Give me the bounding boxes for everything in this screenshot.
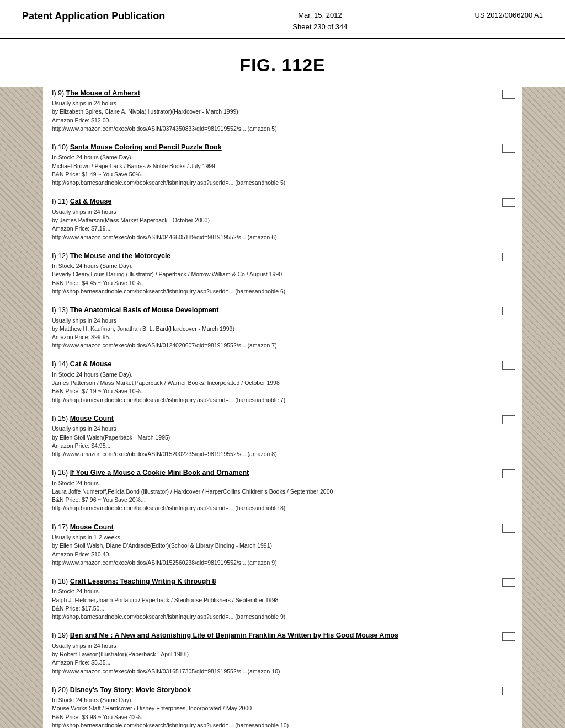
book-title-i16[interactable]: If You Give a Mouse a Cookie Mini Book a… [70,469,249,477]
book-entry-i15: I) 15) Mouse CountUsually ships in 24 ho… [52,414,515,463]
book-price-i10: B&N Price: $1.49 ~ You Save 50%... [52,170,498,179]
book-entry-i12: I) 12) The Mouse and the MotorcycleIn St… [52,251,515,300]
book-title-i13[interactable]: The Anatomical Basis of Mouse Developmen… [70,306,219,314]
book-entry-i16: I) 16) If You Give a Mouse a Cookie Mini… [52,468,515,517]
book-title-line-i12: I) 12) The Mouse and the Motorcycle [52,251,498,261]
book-checkbox-i14[interactable] [502,361,515,370]
book-availability-i16: In Stock: 24 hours. [52,479,498,488]
book-checkbox-i15[interactable] [502,415,515,424]
header-sheet: Sheet 230 of 344 [292,23,347,31]
book-title-i12[interactable]: The Mouse and the Motorcycle [70,252,171,260]
book-author-i12: Beverly Cleary,Louis Darling (Illustrato… [52,270,498,279]
book-availability-i11: Usually ships in 24 hours [52,208,498,216]
book-checkbox-i11[interactable] [502,198,515,207]
book-price-i12: B&N Price: $4.45 ~ You Save 10%... [52,279,498,287]
book-checkbox-i16[interactable] [502,469,515,478]
book-entry-i10: I) 10) Santa Mouse Coloring and Pencil P… [52,143,515,191]
book-entry-i13: I) 13) The Anatomical Basis of Mouse Dev… [52,306,515,354]
book-price-i18: B&N Price: $17.50... [52,604,498,613]
book-checkbox-i19[interactable] [502,632,515,641]
book-title-i19[interactable]: Ben and Me : A New and Astonishing Life … [70,631,398,639]
book-info-i9: I) 9) The Mouse of AmherstUsually ships … [52,89,502,133]
publication-title: Patent Application Publication [22,10,165,23]
book-url-i15: http://www.amazon.com/exec/obidos/ASIN/0… [52,450,498,458]
book-title-i14[interactable]: Cat & Mouse [70,360,112,368]
book-title-i11[interactable]: Cat & Mouse [70,197,112,205]
book-prefix-i10: I) 10) [52,143,70,151]
book-title-i20[interactable]: Disney's Toy Story: Movie Storybook [70,686,191,694]
book-title-i15[interactable]: Mouse Count [70,415,114,422]
book-entry-i11: I) 11) Cat & MouseUsually ships in 24 ho… [52,197,515,245]
right-side-panel [522,87,565,728]
book-title-line-i16: I) 16) If You Give a Mouse a Cookie Mini… [52,468,498,478]
book-checkbox-i12[interactable] [502,253,515,261]
book-info-i20: I) 20) Disney's Toy Story: Movie Storybo… [52,686,502,728]
book-prefix-i15: I) 15) [52,415,70,422]
book-availability-i9: Usually ships in 24 hours [52,99,498,108]
book-checkbox-i17[interactable] [502,524,515,533]
book-url-i12: http://shop.barnesandnoble.com/booksearc… [52,287,498,296]
book-checkbox-i20[interactable] [502,687,515,695]
book-title-line-i17: I) 17) Mouse Count [52,523,498,533]
book-author-i10: Michael Brown / Paperback / Barnes & Nob… [52,162,498,170]
book-prefix-i16: I) 16) [52,469,70,477]
figure-title: FIG. 112E [0,39,565,87]
book-entry-i19: I) 19) Ben and Me : A New and Astonishin… [52,631,515,679]
book-author-i13: by Matthew H. Kaufman, Jonathan B. L. Ba… [52,325,498,333]
book-prefix-i20: I) 20) [52,686,70,694]
book-prefix-i14: I) 14) [52,360,70,368]
book-price-i9: Amazon Price: $12.00... [52,116,498,125]
book-prefix-i11: I) 11) [52,197,70,205]
book-title-line-i19: I) 19) Ben and Me : A New and Astonishin… [52,631,498,641]
book-url-i20: http://shop.barnesandnoble.com/booksearc… [52,721,498,728]
book-url-i14: http://shop.barnesandnoble.com/booksearc… [52,396,498,404]
book-checkbox-i9[interactable] [502,90,515,99]
book-availability-i15: Usually ships in 24 hours [52,425,498,433]
book-url-i13: http://www.amazon.com/exec/obidos/ASIN/0… [52,341,498,350]
book-prefix-i9: I) 9) [52,89,66,97]
book-availability-i20: In Stock: 24 hours (Same Day). [52,696,498,704]
book-title-i17[interactable]: Mouse Count [70,523,114,531]
book-prefix-i19: I) 19) [52,631,70,639]
book-url-i10: http://shop.barnesandnoble.com/booksearc… [52,179,498,187]
book-info-i10: I) 10) Santa Mouse Coloring and Pencil P… [52,143,502,187]
book-title-line-i11: I) 11) Cat & Mouse [52,197,498,207]
book-availability-i12: In Stock: 24 hours (Same Day). [52,262,498,270]
book-title-line-i15: I) 15) Mouse Count [52,414,498,424]
book-title-i10[interactable]: Santa Mouse Coloring and Pencil Puzzle B… [70,143,222,151]
book-url-i17: http://www.amazon.com/exec/obidos/ASIN/0… [52,559,498,567]
book-price-i19: Amazon Price: $5.35... [52,659,498,667]
content-area: I) 9) The Mouse of AmherstUsually ships … [0,87,565,728]
book-title-line-i14: I) 14) Cat & Mouse [52,360,498,370]
book-title-i9[interactable]: The Mouse of Amherst [66,89,140,97]
book-price-i16: B&N Price: $7.96 ~ You Save 20%... [52,496,498,504]
book-price-i13: Amazon Price: $99.95... [52,333,498,341]
book-availability-i10: In Stock: 24 hours (Same Day). [52,153,498,162]
book-availability-i18: In Stock: 24 hours. [52,587,498,596]
book-author-i16: Laura Joffe Numeroff,Felicia Bond (Illus… [52,488,498,496]
book-info-i16: I) 16) If You Give a Mouse a Cookie Mini… [52,468,502,512]
book-prefix-i13: I) 13) [52,306,70,314]
header-patent-number: US 2012/0066200 A1 [475,10,543,22]
book-title-line-i13: I) 13) The Anatomical Basis of Mouse Dev… [52,306,498,315]
main-content: I) 9) The Mouse of AmherstUsually ships … [43,87,522,728]
book-checkbox-i10[interactable] [502,144,515,153]
book-entry-i17: I) 17) Mouse CountUsually ships in 1-2 w… [52,523,515,571]
book-title-line-i18: I) 18) Craft Lessons: Teaching Writing K… [52,577,498,587]
book-price-i11: Amazon Price: $7.19... [52,224,498,233]
book-title-line-i9: I) 9) The Mouse of Amherst [52,89,498,99]
book-url-i19: http://www.amazon.com/exec/obidos/ASIN/0… [52,667,498,676]
left-side-panel [0,87,43,728]
book-url-i16: http://shop.barnesandnoble.com/booksearc… [52,504,498,512]
book-title-i18[interactable]: Craft Lessons: Teaching Writing K throug… [70,577,216,585]
book-checkbox-i18[interactable] [502,578,515,587]
header-date: Mar. 15, 2012 [298,11,342,19]
book-info-i12: I) 12) The Mouse and the MotorcycleIn St… [52,251,502,296]
book-author-i19: by Robert Lawson(Illustrator)(Paperback … [52,650,498,659]
book-info-i17: I) 17) Mouse CountUsually ships in 1-2 w… [52,523,502,567]
book-info-i15: I) 15) Mouse CountUsually ships in 24 ho… [52,414,502,458]
book-title-line-i10: I) 10) Santa Mouse Coloring and Pencil P… [52,143,498,153]
book-entry-i14: I) 14) Cat & MouseIn Stock: 24 hours (Sa… [52,360,515,408]
book-checkbox-i13[interactable] [502,307,515,315]
book-prefix-i17: I) 17) [52,523,70,531]
